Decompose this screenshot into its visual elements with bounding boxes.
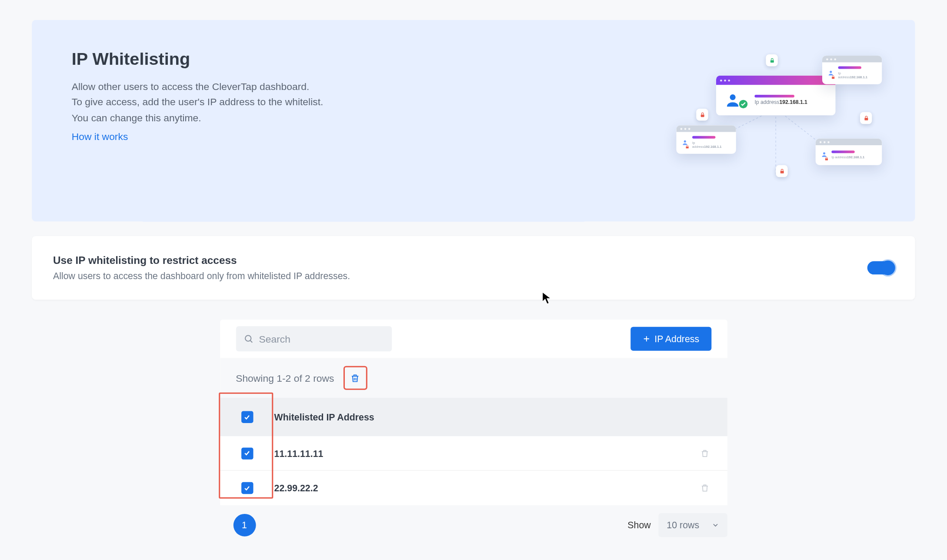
illustration-ip-value: 192.168.1.1 [779,100,807,106]
svg-point-12 [245,335,250,341]
ip-whitelisting-banner: IP Whitelisting Allow other users to acc… [32,20,915,222]
restrict-access-toggle[interactable] [867,261,894,275]
rows-per-page-select[interactable]: 10 rows [659,513,727,537]
restrict-access-card: Use IP whitelisting to restrict access A… [32,236,915,300]
restrict-access-subtitle: Allow users to access the dashboard only… [53,270,350,281]
lock-icon [824,157,829,161]
how-it-works-link[interactable]: How it works [72,130,128,142]
add-ip-button[interactable]: IP Address [630,327,711,351]
chevron-down-icon [711,521,719,529]
illustration-ip-3: Ip address192.168.1.1 [831,155,864,159]
search-input[interactable] [259,333,384,344]
row-ip-value: 11.11.11.11 [274,448,695,458]
svg-point-4 [684,140,686,142]
page-number-button[interactable]: 1 [233,514,256,537]
restrict-access-title: Use IP whitelisting to restrict access [53,255,350,267]
row-ip-value: 22.99.22.2 [274,483,695,493]
row-checkbox[interactable] [241,482,253,494]
table-header-row: Whitelisted IP Address [220,398,727,436]
banner-line2: To give access, add the user's IP addres… [72,94,323,110]
svg-rect-10 [864,117,868,120]
svg-rect-11 [780,170,784,173]
table-row: 11.11.11.11 [220,436,727,470]
row-count-text: Showing 1-2 of 2 rows [236,372,334,383]
svg-rect-9 [770,60,774,63]
svg-point-0 [730,94,736,100]
lock-icon [779,168,785,174]
trash-icon [700,449,709,458]
illustration-ip-2: Ip address192.168.1.1 [692,140,721,148]
row-delete-button[interactable] [695,444,714,463]
check-icon [243,450,251,457]
svg-rect-8 [700,114,704,117]
lock-icon [685,144,690,149]
check-circle-icon [739,100,748,109]
search-input-wrapper[interactable] [236,326,391,351]
trash-icon [350,373,360,383]
table-row: 22.99.22.2 [220,471,727,505]
add-ip-button-label: IP Address [654,333,699,344]
row-checkbox[interactable] [241,447,253,459]
check-icon [243,484,251,492]
illustration-ip-label: Ip address [754,100,779,106]
lock-icon [699,112,705,118]
page-number-label: 1 [242,520,247,530]
trash-icon [700,483,709,493]
check-icon [243,413,251,421]
rows-per-page-value: 10 rows [667,520,699,530]
table-header-ip: Whitelisted IP Address [274,412,695,422]
banner-illustration: Ip address192.168.1.1 Ip address192.168.… [677,49,876,195]
svg-line-13 [250,340,252,342]
page-title: IP Whitelisting [72,49,323,70]
lock-icon [863,115,869,121]
plus-icon [643,335,650,343]
row-delete-button[interactable] [695,479,714,497]
bulk-delete-button[interactable] [343,366,367,390]
cursor-icon [542,291,552,305]
svg-point-2 [830,70,832,73]
svg-rect-7 [825,158,828,160]
search-icon [243,334,253,344]
ip-table-card: IP Address Showing 1-2 of 2 rows Whiteli… [220,320,727,505]
illustration-ip-1: Ip address192.168.1.1 [838,71,867,79]
svg-rect-5 [686,146,689,148]
lock-icon [831,75,836,80]
svg-rect-3 [832,77,834,78]
lock-icon [769,57,775,63]
select-all-checkbox[interactable] [241,411,253,423]
banner-line1: Allow other users to access the CleverTa… [72,79,323,94]
show-label: Show [627,520,650,530]
svg-point-6 [823,152,825,154]
banner-line3: You can change this anytime. [72,110,323,125]
